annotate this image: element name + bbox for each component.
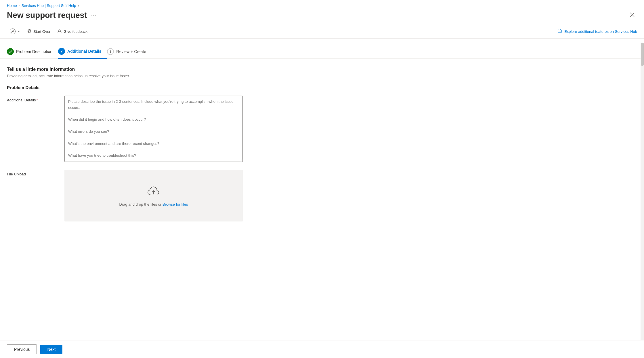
required-indicator: * xyxy=(36,98,38,102)
user-icon xyxy=(10,29,16,34)
ellipsis-button[interactable]: ··· xyxy=(90,12,97,19)
close-icon xyxy=(630,12,635,17)
additional-details-label: Additional Details* xyxy=(7,96,64,102)
start-over-label: Start Over xyxy=(33,29,50,34)
step-review-create[interactable]: 3 Review + Create xyxy=(107,45,152,58)
give-feedback-label: Give feedback xyxy=(64,29,87,34)
refresh-icon xyxy=(27,29,32,34)
close-button[interactable] xyxy=(627,11,637,20)
step-2-label: Additional Details xyxy=(67,49,101,54)
scrollbar-track[interactable] xyxy=(641,43,644,340)
additional-details-textarea[interactable] xyxy=(64,96,243,162)
section-title: Tell us a little more information xyxy=(7,67,637,72)
file-upload-dropzone[interactable]: Drag and drop the files or Browse for fi… xyxy=(64,170,243,221)
file-upload-label: File Upload xyxy=(7,170,64,176)
breadcrumb-services-hub[interactable]: Services Hub | Support Self Help xyxy=(22,3,76,8)
step-1-label: Problem Description xyxy=(16,49,52,54)
page-title-bar: New support request ··· xyxy=(0,10,644,24)
main-content: Tell us a little more information Provid… xyxy=(0,59,644,336)
start-over-button[interactable]: Start Over xyxy=(24,27,53,36)
file-upload-row: File Upload Drag and drop the files or B… xyxy=(7,170,323,221)
step-3-circle: 3 xyxy=(107,48,114,55)
chevron-down-icon xyxy=(17,29,20,34)
step-2-circle: 2 xyxy=(58,48,65,55)
bottom-navigation: Previous Next xyxy=(0,340,644,358)
user-account-button[interactable] xyxy=(7,27,23,36)
explore-features-button[interactable]: Explore additional features on Services … xyxy=(557,29,637,34)
step-1-circle xyxy=(7,48,14,55)
toolbar: Start Over Give feedback Explore additio… xyxy=(0,24,644,39)
step-3-label: Review + Create xyxy=(116,49,146,54)
explore-label: Explore additional features on Services … xyxy=(564,29,637,34)
next-button[interactable]: Next xyxy=(40,345,62,354)
explore-icon xyxy=(557,29,562,34)
scrollbar-thumb[interactable] xyxy=(641,43,644,66)
step-problem-description[interactable]: Problem Description xyxy=(7,45,58,58)
breadcrumb-sep1: › xyxy=(19,4,20,8)
steps-navigation: Problem Description 2 Additional Details… xyxy=(0,39,644,59)
step-additional-details[interactable]: 2 Additional Details xyxy=(58,44,107,59)
problem-details-heading: Problem Details xyxy=(7,85,637,90)
breadcrumb-home[interactable]: Home xyxy=(7,3,17,8)
breadcrumb-sep2: › xyxy=(78,4,79,8)
additional-details-row: Additional Details* xyxy=(7,96,323,163)
browse-files-link[interactable]: Browse for files xyxy=(163,202,188,207)
page-title: New support request xyxy=(7,11,87,20)
give-feedback-button[interactable]: Give feedback xyxy=(54,27,90,36)
breadcrumb: Home › Services Hub | Support Self Help … xyxy=(0,0,644,10)
upload-cloud-icon xyxy=(147,185,160,199)
previous-button[interactable]: Previous xyxy=(7,344,37,354)
section-subtitle: Providing detailed, accurate information… xyxy=(7,74,637,78)
feedback-icon xyxy=(57,29,62,34)
upload-text: Drag and drop the files or Browse for fi… xyxy=(119,202,188,207)
